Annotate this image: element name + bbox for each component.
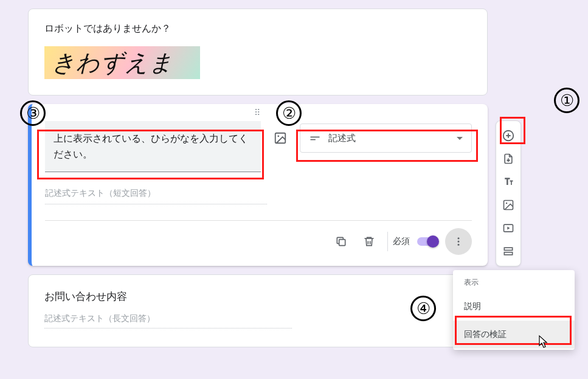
svg-rect-13: [504, 252, 512, 255]
short-answer-icon: [309, 132, 321, 144]
captcha-title: ロボットではありませんか？: [44, 23, 471, 35]
drag-handle-icon[interactable]: ⠿: [45, 108, 472, 117]
paragraph-answer-preview: 記述式テキスト（長文回答）: [44, 313, 292, 329]
image-icon: [274, 131, 287, 145]
svg-point-7: [458, 244, 460, 246]
svg-point-1: [277, 135, 279, 137]
delete-button[interactable]: [356, 228, 382, 255]
svg-point-6: [458, 241, 460, 243]
add-section-button[interactable]: [497, 240, 519, 262]
menu-item-validation[interactable]: 回答の検証: [453, 321, 575, 349]
plus-circle-icon: [502, 129, 515, 142]
add-question-button[interactable]: [497, 125, 519, 147]
question-card: ⠿ 上に表示されている、ひらがなを入力してください。 記述式 記述式テキスト（短…: [28, 104, 488, 266]
svg-rect-4: [339, 240, 345, 246]
text-icon: [502, 176, 514, 188]
add-image-button[interactable]: [268, 126, 292, 150]
divider: [387, 232, 388, 251]
svg-point-10: [506, 203, 508, 204]
trash-icon: [363, 235, 375, 248]
add-video-button[interactable]: [497, 217, 519, 239]
menu-item-description[interactable]: 説明: [453, 293, 575, 321]
captcha-card: ロボットではありませんか？ きわずえま: [28, 9, 488, 96]
add-image-tool-button[interactable]: [497, 194, 519, 216]
paragraph-card[interactable]: お問い合わせ内容 記述式テキスト（長文回答）: [28, 274, 488, 347]
svg-rect-12: [504, 248, 512, 250]
image-icon: [502, 199, 514, 211]
question-title-input[interactable]: 上に表示されている、ひらがなを入力してください。: [45, 121, 261, 172]
menu-header: 表示: [453, 276, 575, 293]
video-icon: [502, 222, 514, 234]
side-toolbar: [496, 120, 521, 266]
captcha-image: きわずえま: [44, 46, 200, 79]
annotation-circle-1: ①: [554, 88, 579, 113]
import-icon: [502, 153, 514, 165]
required-label: 必須: [393, 236, 410, 247]
required-toggle[interactable]: [417, 237, 438, 246]
answer-preview: 記述式テキスト（短文回答）: [45, 183, 267, 204]
svg-point-5: [458, 237, 460, 239]
svg-rect-3: [311, 139, 316, 141]
question-type-label: 記述式: [328, 133, 356, 144]
more-options-button[interactable]: [445, 228, 472, 255]
add-title-button[interactable]: [497, 171, 519, 193]
question-type-select[interactable]: 記述式: [300, 123, 472, 153]
more-options-menu: 表示 説明 回答の検証: [453, 270, 575, 350]
duplicate-icon: [335, 235, 347, 248]
kebab-icon: [453, 236, 464, 247]
svg-rect-2: [311, 137, 320, 138]
duplicate-button[interactable]: [328, 228, 355, 255]
chevron-down-icon: [457, 137, 463, 140]
paragraph-title: お問い合わせ内容: [44, 290, 471, 304]
import-questions-button[interactable]: [497, 148, 519, 170]
question-footer: 必須: [45, 220, 472, 262]
section-icon: [502, 245, 514, 257]
